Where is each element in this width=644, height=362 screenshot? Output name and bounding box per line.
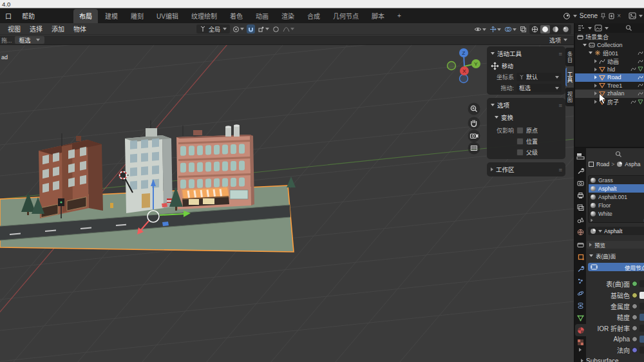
active-tool-header[interactable]: 活动工具≡ [491, 49, 562, 58]
editor-type-icon[interactable] [577, 24, 585, 32]
shading-material-button[interactable] [551, 25, 560, 33]
tab-scene[interactable] [575, 214, 586, 226]
zoom-button[interactable] [468, 103, 480, 115]
xray-toggle[interactable] [519, 26, 527, 33]
outliner-row-zhalan[interactable]: zhalan [575, 90, 644, 98]
workspace-header[interactable]: 工作区≡ [491, 165, 562, 174]
base-color-row[interactable]: 基础色 [575, 290, 644, 300]
building-right[interactable] [176, 124, 254, 209]
ior-row[interactable]: IOR 折射率 [575, 323, 644, 333]
scene-dropdown-icon[interactable] [573, 15, 577, 17]
axis-neg-y-ball[interactable] [448, 62, 456, 70]
overlays-dropdown[interactable] [504, 26, 517, 33]
tab-view-layer[interactable] [575, 202, 586, 214]
display-mode-icon[interactable] [594, 24, 602, 32]
roughness-row[interactable]: 糙度 [575, 312, 644, 322]
object-visibility-dropdown[interactable] [473, 26, 487, 33]
locations-checkbox[interactable] [516, 138, 524, 145]
normal-row[interactable]: 法向 [575, 345, 644, 355]
tab-animation[interactable]: 动画 [250, 9, 274, 23]
slot-floor[interactable]: Floor [589, 201, 644, 209]
tab-scripting[interactable]: 脚本 [366, 9, 390, 23]
parents-checkbox[interactable] [516, 149, 524, 156]
window-titlebar[interactable]: 4.0 [0, 0, 644, 8]
orientation-value-dropdown[interactable]: 默认 [516, 73, 562, 81]
tab-tool[interactable] [575, 165, 586, 177]
sidebar-tab-item[interactable]: 条目 [565, 48, 574, 66]
menu-add[interactable]: 添加 [48, 24, 68, 33]
properties-search-icon[interactable] [615, 151, 622, 158]
sidebar-tab-tool[interactable]: 工具 [565, 68, 574, 86]
drag-mode-dropdown[interactable]: 框选 [15, 36, 44, 44]
tab-texture-paint[interactable]: 纹理绘制 [185, 9, 223, 23]
tab-shading[interactable]: 着色 [224, 9, 249, 23]
proportional-edit-toggle[interactable] [272, 26, 280, 33]
tab-geometry-nodes[interactable]: 几何节点 [327, 9, 365, 23]
add-workspace-button[interactable]: + [392, 10, 407, 22]
shading-wireframe-button[interactable] [530, 25, 540, 33]
new-datablock-icon[interactable] [609, 13, 614, 19]
tab-render[interactable] [575, 177, 586, 189]
gizmos-dropdown[interactable] [489, 26, 502, 33]
pan-button[interactable] [468, 117, 480, 129]
outliner-row-group001[interactable]: 组001 [575, 49, 644, 57]
outliner-row-collection[interactable]: Collection [575, 41, 644, 50]
search-icon[interactable] [625, 24, 632, 32]
tab-world[interactable] [575, 226, 586, 238]
menu-object[interactable]: 物体 [70, 24, 90, 33]
tool-options-button[interactable]: 选项 [549, 36, 567, 44]
slot-grass[interactable]: Grass [589, 176, 644, 184]
viewport-3d[interactable]: 视图 选择 添加 物体 全局 [0, 23, 575, 362]
menu-view[interactable]: 视图 [4, 24, 24, 33]
shading-rendered-button[interactable] [561, 25, 571, 33]
slot-asphalt[interactable]: Asphalt [589, 184, 644, 193]
outliner-row-anim[interactable]: 动画 [575, 57, 644, 66]
metallic-row[interactable]: 金属度 [575, 301, 644, 311]
building-middle[interactable] [125, 120, 173, 213]
subsurface-row[interactable]: Subsurface [575, 356, 644, 362]
hydrant[interactable] [110, 203, 113, 208]
tab-sculpting[interactable]: 雕刻 [125, 9, 149, 23]
axis-neg-z-ball[interactable] [460, 75, 468, 83]
breadcrumb-material[interactable]: Aspha [625, 161, 640, 167]
orientation-dropdown[interactable]: 全局 [196, 24, 230, 33]
proportional-falloff-dropdown[interactable] [282, 26, 295, 33]
tab-modeling[interactable]: 建模 [99, 9, 124, 23]
properties-editor-type-icon[interactable] [575, 150, 586, 162]
navigation-gizmo[interactable]: Z Y X [443, 44, 489, 163]
display-mode-dropdown[interactable] [605, 27, 609, 30]
sidebar-tab-view[interactable]: 视图 [565, 88, 574, 106]
pin-icon[interactable] [600, 13, 606, 19]
preview-panel-header[interactable]: 预览 [587, 241, 644, 249]
slot-white[interactable]: White [589, 209, 644, 218]
use-nodes-button[interactable]: 使用节点 [588, 263, 644, 271]
origins-checkbox[interactable] [516, 127, 524, 134]
surface-panel-header[interactable]: 表(曲)面 [587, 252, 644, 260]
tab-rendering[interactable]: 渲染 [276, 9, 300, 23]
tab-uv-editing[interactable]: UV编辑 [151, 9, 184, 23]
outliner-row-scene-collection[interactable]: 场景集合 [575, 33, 644, 41]
gizmo-plane-x[interactable] [162, 203, 167, 207]
tab-layout[interactable]: 布局 [73, 9, 98, 23]
outliner-row-road[interactable]: Road [575, 73, 644, 82]
scene-name[interactable]: Scene [580, 12, 598, 19]
snap-target-dropdown[interactable] [257, 26, 270, 33]
menu-help[interactable]: 帮助 [17, 11, 40, 21]
building-left[interactable] [39, 133, 103, 218]
menu-select[interactable]: 选择 [26, 24, 46, 33]
slot-asphalt001[interactable]: Asphalt.001 [589, 193, 644, 201]
tab-object[interactable] [575, 251, 586, 263]
editor-type-dropdown[interactable] [588, 27, 592, 30]
options-header[interactable]: 选项≡ [491, 100, 562, 110]
drag-value-dropdown[interactable]: 框选 [516, 84, 562, 92]
tab-output[interactable] [575, 189, 586, 202]
alpha-row[interactable]: Alpha [575, 334, 644, 344]
view-layer-icon[interactable] [629, 12, 636, 19]
tab-modifiers[interactable] [575, 263, 586, 275]
snap-toggle[interactable] [247, 24, 255, 33]
slot-list-footer[interactable]: ≡ [589, 218, 644, 222]
menu-window[interactable]: 口 [0, 11, 17, 21]
gizmo-plane-z[interactable] [162, 222, 169, 226]
pivot-point-dropdown[interactable] [232, 26, 245, 33]
unlink-icon[interactable]: × [617, 12, 621, 19]
